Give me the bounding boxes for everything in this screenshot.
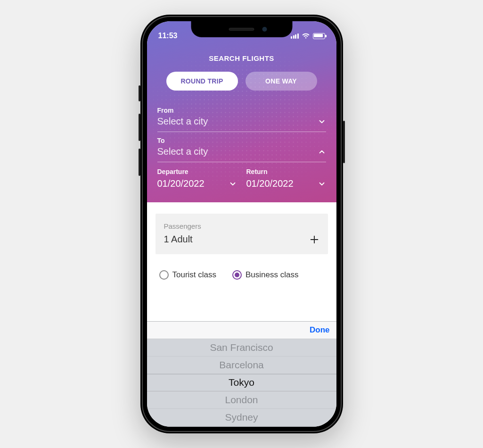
hero-section: 11:53 SEARCH FLIGHTS ROUND TRIP ONE WAY … bbox=[147, 21, 336, 202]
departure-label: Departure bbox=[157, 168, 237, 175]
passengers-label: Passengers bbox=[164, 222, 319, 230]
departure-value: 01/20/2022 bbox=[157, 178, 205, 189]
phone-frame: 11:53 SEARCH FLIGHTS ROUND TRIP ONE WAY … bbox=[140, 15, 343, 433]
picker-option[interactable]: San Francisco bbox=[147, 339, 336, 357]
status-time: 11:53 bbox=[158, 32, 178, 40]
radio-icon bbox=[232, 270, 242, 280]
radio-business[interactable]: Business class bbox=[232, 270, 298, 280]
from-label: From bbox=[157, 107, 326, 114]
return-label: Return bbox=[246, 168, 326, 175]
tab-round-trip[interactable]: ROUND TRIP bbox=[166, 72, 238, 91]
chevron-down-icon bbox=[318, 180, 326, 188]
city-picker: Done San FranciscoBarcelonaTokyoLondonSy… bbox=[147, 321, 336, 427]
picker-wheel[interactable]: San FranciscoBarcelonaTokyoLondonSydney bbox=[147, 339, 336, 427]
passengers-card[interactable]: Passengers 1 Adult bbox=[156, 214, 328, 254]
picker-option[interactable]: London bbox=[147, 391, 336, 409]
picker-toolbar: Done bbox=[147, 322, 336, 339]
cellular-icon bbox=[291, 33, 299, 39]
passengers-value: 1 Adult bbox=[164, 234, 193, 245]
return-value: 01/20/2022 bbox=[246, 178, 294, 189]
radio-business-label: Business class bbox=[246, 270, 298, 280]
radio-tourist[interactable]: Tourist class bbox=[159, 270, 217, 280]
to-field[interactable]: To Select a city bbox=[157, 132, 326, 162]
return-field[interactable]: Return 01/20/2022 bbox=[246, 168, 326, 189]
from-value: Select a city bbox=[157, 116, 208, 127]
card-section: Passengers 1 Adult Tourist class Busines… bbox=[147, 202, 336, 285]
tab-one-way[interactable]: ONE WAY bbox=[246, 72, 317, 91]
picker-option[interactable]: Sydney bbox=[147, 409, 336, 426]
to-label: To bbox=[157, 137, 326, 144]
battery-icon bbox=[313, 33, 325, 39]
done-button[interactable]: Done bbox=[310, 325, 330, 335]
plus-icon[interactable] bbox=[309, 234, 319, 245]
radio-tourist-label: Tourist class bbox=[172, 270, 217, 280]
picker-option[interactable]: Barcelona bbox=[147, 357, 336, 374]
chevron-down-icon bbox=[229, 180, 237, 188]
wifi-icon bbox=[302, 33, 310, 39]
screen: 11:53 SEARCH FLIGHTS ROUND TRIP ONE WAY … bbox=[147, 21, 336, 427]
departure-field[interactable]: Departure 01/20/2022 bbox=[157, 168, 237, 189]
from-field[interactable]: From Select a city bbox=[157, 102, 326, 132]
notch bbox=[191, 21, 292, 37]
to-value: Select a city bbox=[157, 146, 208, 157]
radio-icon bbox=[159, 270, 169, 280]
class-radios: Tourist class Business class bbox=[156, 254, 328, 285]
page-title: SEARCH FLIGHTS bbox=[147, 43, 336, 72]
chevron-down-icon bbox=[318, 117, 326, 126]
picker-option[interactable]: Tokyo bbox=[147, 374, 336, 391]
trip-type-tabs: ROUND TRIP ONE WAY bbox=[147, 72, 336, 102]
chevron-up-icon bbox=[318, 148, 326, 156]
